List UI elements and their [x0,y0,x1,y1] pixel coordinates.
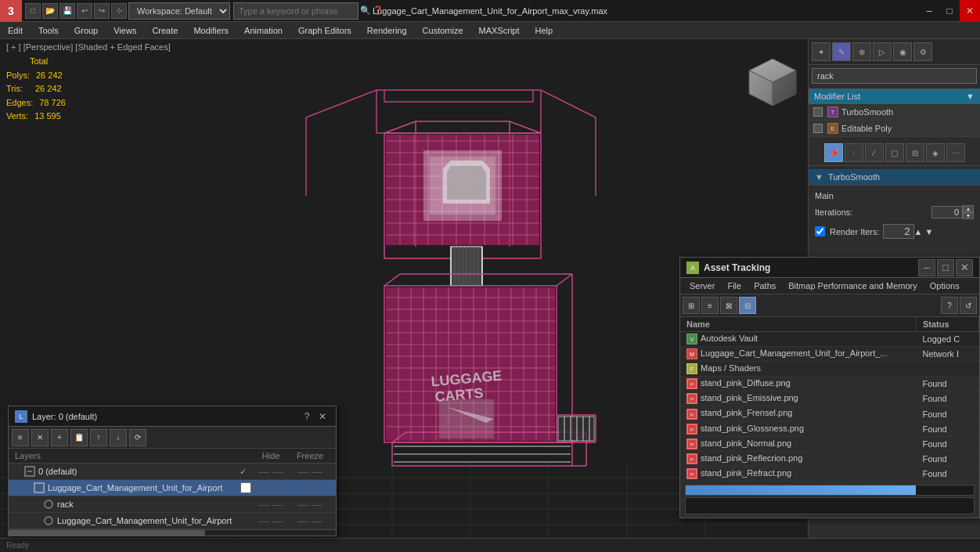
asset-row-reflection[interactable]: Pstand_pink_Reflecrion.png Found [680,451,979,466]
asset-menu-options[interactable]: Options [924,280,966,292]
asset-row-vault[interactable]: VAutodesk Vault Logged C [680,332,979,347]
menu-maxscript[interactable]: MAXScript [471,22,528,38]
asset-menu-bitmap[interactable]: Bitmap Performance and Memory [782,280,923,292]
menu-edit[interactable]: Edit [0,22,31,38]
display-tab-btn[interactable]: ◉ [893,42,912,61]
layer-refresh-btn[interactable]: ⟳ [129,429,146,446]
layer-freeze-luggage[interactable]: — — [290,482,330,494]
layer-hide-luggage2[interactable]: — — [251,514,290,527]
ts-render-iters-checkbox[interactable] [815,226,825,236]
save-btn[interactable]: 💾 [59,3,75,19]
menu-graph-editors[interactable]: Graph Editors [290,22,359,38]
minimize-btn[interactable]: – [919,0,939,22]
layer-freeze-luggage2[interactable]: — — [290,514,330,527]
layer-row-default[interactable]: 0 (default) ✓ — — — — [9,464,336,480]
hierarchy-tab-btn[interactable]: ⊕ [852,42,871,61]
ts-iterations-input[interactable] [931,206,963,218]
asset-menu-paths[interactable]: Paths [748,280,782,292]
menu-group[interactable]: Group [67,22,106,38]
layer-add-btn[interactable]: + [51,429,68,446]
asset-maximize-btn[interactable]: □ [937,259,954,276]
face-btn[interactable]: ▢ [885,143,904,162]
search-icon[interactable]: 🔍 [360,5,371,16]
layer-row-luggage2[interactable]: Luggage_Cart_Management_Unit_for_Airport… [9,513,336,529]
asset-tb-refresh[interactable]: ↺ [960,297,977,314]
asset-input-row[interactable] [685,497,975,514]
ts-iter-up[interactable]: ▲ [963,205,974,212]
select-btn[interactable]: ⊹ [111,3,127,19]
new-btn[interactable]: □ [25,3,41,19]
vert-btn[interactable]: · [845,143,863,162]
asset-row-normal[interactable]: Pstand_pink_Normal.png Found [680,436,979,451]
asset-close-btn[interactable]: ✕ [956,259,973,276]
utils-tab-btn[interactable]: ⚙ [913,42,932,61]
layer-freeze-default[interactable]: — — [290,465,330,478]
layer-menu-btn[interactable]: ≡ [12,429,29,446]
layer-hide-rack[interactable]: — — [251,498,290,511]
mod-checkbox-ep[interactable] [813,124,823,133]
ts-iter-down[interactable]: ▼ [963,212,974,219]
modifier-list-header[interactable]: Modifier List ▼ [809,88,980,104]
asset-tb-help[interactable]: ? [941,297,958,314]
object-name-input[interactable] [812,68,977,84]
asset-menu-file[interactable]: File [721,280,748,292]
layer-row-luggage[interactable]: Luggage_Cart_Management_Unit_for_Airport… [9,480,336,496]
create-tab-btn[interactable]: ✦ [812,42,830,61]
asset-tb-btn2[interactable]: ≡ [701,297,719,314]
layer-row-rack[interactable]: rack — — — — [9,496,336,513]
menu-create[interactable]: Create [144,22,186,38]
asset-menu-server[interactable]: Server [683,280,721,292]
layer-hide-luggage[interactable]: — — [251,482,290,494]
turbosmooth-header[interactable]: ▼ TurboSmooth [809,169,980,186]
asset-row-file[interactable]: MLuggage_Cart_Management_Unit_for_Airpor… [680,347,979,362]
poly-btn[interactable]: ⊟ [906,143,924,162]
asset-minimize-btn[interactable]: – [918,259,935,276]
asset-tb-btn4[interactable]: ⊟ [739,297,756,314]
edge-btn[interactable]: ∕ [865,143,884,162]
layer-freeze-rack[interactable]: — — [290,498,330,511]
asset-row-maps[interactable]: FMaps / Shaders [680,362,979,377]
layer-swatch-luggage[interactable] [240,482,251,493]
modify-tab-btn[interactable]: ✎ [832,42,851,61]
maximize-btn[interactable]: □ [939,0,960,22]
elem-btn[interactable]: ◈ [926,143,945,162]
extra-btn[interactable]: ⋯ [946,143,965,162]
modifier-turbosmooth[interactable]: T TurboSmooth [809,104,980,121]
layer-help-btn[interactable]: ? [300,409,314,424]
menu-tools[interactable]: Tools [31,22,67,38]
layer-hide-default[interactable]: — — [251,465,290,478]
motion-tab-btn[interactable]: ▷ [873,42,892,61]
ts-render-iters-input[interactable] [883,224,914,239]
ts-iterations-spinner[interactable]: ▲ ▼ [963,205,974,219]
modifier-editablepoly[interactable]: E Editable Poly [809,121,980,137]
redo-btn[interactable]: ↪ [94,3,110,19]
layer-copy-btn[interactable]: 📋 [70,429,88,446]
asset-row-glossness[interactable]: Pstand_pink_Glossness.png Found [680,421,979,436]
pin-btn[interactable]: 📌 [824,143,843,162]
menu-help[interactable]: Help [528,22,561,38]
menu-modifiers[interactable]: Modifiers [186,22,236,38]
open-btn[interactable]: 📂 [42,3,58,19]
asset-row-diffuse[interactable]: Pstand_pink_Diffuse.png Found [680,377,979,391]
ts-ri-down[interactable]: ▼ [925,227,934,236]
asset-row-refract[interactable]: Pstand_pink_Refract.png Found [680,466,979,481]
asset-row-emissive[interactable]: Pstand_pink_Emissive.png Found [680,391,979,406]
asset-tb-btn3[interactable]: ⊠ [720,297,737,314]
menu-views[interactable]: Views [106,22,144,38]
layer-scrollbar-thumb[interactable] [9,530,205,536]
undo-btn[interactable]: ↩ [77,3,92,19]
asset-tb-btn1[interactable]: ⊞ [683,297,700,314]
close-btn[interactable]: ✕ [960,0,980,22]
menu-rendering[interactable]: Rendering [359,22,415,38]
menu-animation[interactable]: Animation [236,22,290,38]
search-input[interactable] [233,2,358,20]
ts-render-iters-spinner[interactable]: ▲ ▼ [914,227,934,236]
nav-cube[interactable] [745,55,800,110]
layer-move-up-btn[interactable]: ↑ [90,429,107,446]
layer-delete-btn[interactable]: ✕ [31,429,49,446]
asset-row-frensel[interactable]: Pstand_pink_Frensel.png Found [680,406,979,421]
mod-checkbox-ts[interactable] [813,107,823,117]
layer-scrollbar[interactable] [9,529,336,536]
layer-close-btn[interactable]: ✕ [315,409,330,424]
menu-customize[interactable]: Customize [415,22,471,38]
